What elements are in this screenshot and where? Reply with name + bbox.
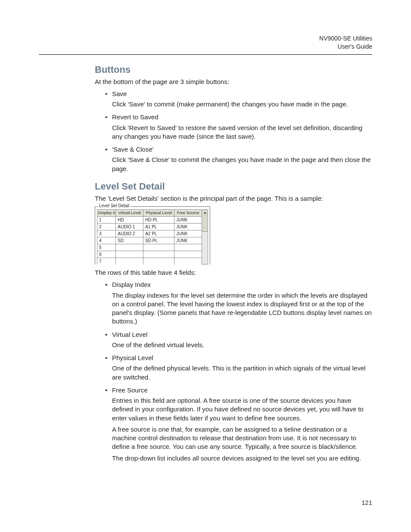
list-item: Save Click 'Save' to commit (make perman… bbox=[105, 90, 372, 109]
cell-display-index[interactable]: 3 bbox=[97, 230, 116, 237]
buttons-lead: At the bottom of the page are 3 simple b… bbox=[95, 78, 372, 85]
cell-virtual-level[interactable]: SD bbox=[116, 237, 143, 244]
cell-physical-level[interactable]: HD PL bbox=[143, 216, 174, 223]
item-title: 'Save & Close' bbox=[112, 145, 372, 154]
item-title: Save bbox=[112, 90, 372, 98]
item-desc: Click 'Save & Close' to commit the chang… bbox=[112, 156, 372, 173]
item-title: Display Index bbox=[112, 280, 372, 289]
list-item: Display Index The display indexes for th… bbox=[105, 280, 372, 326]
cell-virtual-level[interactable]: AUDIO 2 bbox=[116, 230, 143, 237]
after-table-text: The rows of this table have 4 fields: bbox=[95, 269, 372, 276]
level-set-detail-heading: Level Set Detail bbox=[95, 181, 372, 192]
cell-display-index[interactable]: 4 bbox=[97, 237, 116, 244]
table-row: 2 AUDIO 1 A1 PL JUNK bbox=[97, 223, 202, 230]
table-row: 5 bbox=[97, 244, 202, 251]
item-desc: One of the defined physical levels. This… bbox=[112, 364, 372, 382]
cell-virtual-level[interactable] bbox=[116, 258, 143, 264]
cell-free-source[interactable] bbox=[174, 251, 202, 258]
buttons-list: Save Click 'Save' to commit (make perman… bbox=[105, 90, 372, 173]
cell-display-index[interactable]: 5 bbox=[97, 244, 116, 251]
cell-free-source[interactable]: JUNK bbox=[174, 223, 202, 230]
col-free-source: Free Source bbox=[174, 209, 202, 216]
cell-virtual-level[interactable] bbox=[116, 251, 143, 258]
header-title: NV9000-SE Utilities bbox=[39, 34, 372, 43]
item-desc: Entries in this field are optional. A fr… bbox=[112, 396, 372, 423]
page-number: 121 bbox=[361, 499, 372, 506]
cell-physical-level[interactable]: A1 PL bbox=[143, 223, 174, 230]
item-title: Virtual Level bbox=[112, 330, 372, 339]
item-desc: A free source is one that, for example, … bbox=[112, 425, 372, 451]
table-row: 7 bbox=[97, 258, 202, 264]
scroll-up-icon[interactable] bbox=[202, 210, 208, 216]
cell-display-index[interactable]: 2 bbox=[97, 223, 116, 230]
col-virtual-level: Virtual Level bbox=[116, 209, 143, 216]
buttons-heading: Buttons bbox=[95, 64, 372, 75]
page: NV9000-SE Utilities User's Guide Buttons… bbox=[0, 0, 411, 532]
list-item: Free Source Entries in this field are op… bbox=[105, 386, 372, 463]
level-set-detail-panel: Level Set Detail Display Index Virtual L… bbox=[95, 206, 210, 265]
cell-physical-level[interactable] bbox=[143, 251, 174, 258]
scroll-thumb[interactable] bbox=[202, 216, 208, 232]
header-rule bbox=[39, 54, 372, 55]
fields-list: Display Index The display indexes for th… bbox=[105, 280, 372, 463]
list-item: Revert to Saved Click 'Revert to Saved' … bbox=[105, 113, 372, 141]
table-row: 4 SD SD PL JUNK bbox=[97, 237, 202, 244]
cell-physical-level[interactable] bbox=[143, 244, 174, 251]
cell-virtual-level[interactable]: HD bbox=[116, 216, 143, 223]
item-desc: The drop-down list includes all source d… bbox=[112, 454, 372, 463]
cell-physical-level[interactable]: SD PL bbox=[143, 237, 174, 244]
list-item: Virtual Level One of the defined virtual… bbox=[105, 330, 372, 350]
panel-legend: Level Set Detail bbox=[98, 203, 131, 208]
item-title: Revert to Saved bbox=[112, 113, 372, 121]
cell-virtual-level[interactable]: AUDIO 1 bbox=[116, 223, 143, 230]
cell-free-source[interactable] bbox=[174, 244, 202, 251]
table-row: 1 HD HD PL JUNK bbox=[97, 216, 202, 223]
item-title: Free Source bbox=[112, 386, 372, 395]
item-desc: Click 'Save' to commit (make permanent) … bbox=[112, 100, 372, 109]
col-physical-level: Physical Level bbox=[143, 209, 174, 216]
cell-free-source[interactable]: JUNK bbox=[174, 216, 202, 223]
header-subtitle: User's Guide bbox=[39, 43, 372, 51]
table-wrap: Display Index Virtual Level Physical Lev… bbox=[97, 209, 208, 265]
col-display-index: Display Index bbox=[97, 209, 116, 216]
item-desc: The display indexes for the level set de… bbox=[112, 291, 372, 326]
table-row: 3 AUDIO 2 A2 PL JUNK bbox=[97, 230, 202, 237]
cell-free-source[interactable]: JUNK bbox=[174, 230, 202, 237]
item-desc: Click 'Revert to Saved' to restore the s… bbox=[112, 124, 372, 141]
content: Buttons At the bottom of the page are 3 … bbox=[95, 64, 372, 463]
cell-free-source[interactable] bbox=[174, 258, 202, 264]
item-title: Physical Level bbox=[112, 354, 372, 362]
cell-physical-level[interactable]: A2 PL bbox=[143, 230, 174, 237]
list-item: Physical Level One of the defined physic… bbox=[105, 354, 372, 382]
cell-virtual-level[interactable] bbox=[116, 244, 143, 251]
list-item: 'Save & Close' Click 'Save & Close' to c… bbox=[105, 145, 372, 173]
scrollbar[interactable] bbox=[202, 209, 208, 265]
page-header: NV9000-SE Utilities User's Guide bbox=[39, 34, 372, 54]
table-row: 6 bbox=[97, 251, 202, 258]
cell-display-index[interactable]: 7 bbox=[97, 258, 116, 264]
level-set-detail-lead: The 'Level Set Details' section is the p… bbox=[95, 195, 372, 202]
cell-display-index[interactable]: 6 bbox=[97, 251, 116, 258]
item-desc: One of the defined virtual levels. bbox=[112, 341, 372, 349]
cell-physical-level[interactable] bbox=[143, 258, 174, 264]
cell-display-index[interactable]: 1 bbox=[97, 216, 116, 223]
cell-free-source[interactable]: JUNK bbox=[174, 237, 202, 244]
level-set-table: Display Index Virtual Level Physical Lev… bbox=[97, 209, 202, 265]
